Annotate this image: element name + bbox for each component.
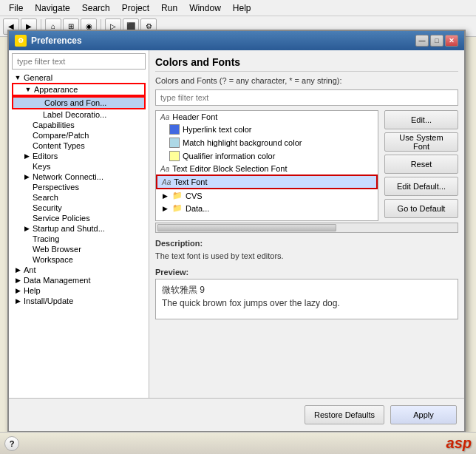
tree-label-label-decorations: Label Decoratio... <box>41 110 106 119</box>
tree-label-appearance: Appearance <box>33 85 78 94</box>
help-button[interactable]: ? <box>4 436 19 451</box>
font-label-qualifier: Qualifier information color <box>183 152 275 160</box>
tree-item-content-types[interactable]: Content Types <box>12 140 146 151</box>
right-filter-input[interactable] <box>155 89 458 106</box>
font-item-data[interactable]: ▶ 📁 Data... <box>156 202 378 214</box>
reset-button[interactable]: Reset <box>384 155 458 174</box>
apply-button[interactable]: Apply <box>390 405 457 424</box>
menu-help[interactable]: Help <box>227 1 257 15</box>
tree-item-editors[interactable]: ▶ Editors <box>12 151 146 161</box>
left-panel: ▼ General ▼ Appearance Colors and Fon...… <box>9 50 149 398</box>
tree-item-tracing[interactable]: Tracing <box>12 234 146 244</box>
expand-capabilities <box>22 121 31 129</box>
tree-label-tracing: Tracing <box>31 234 59 243</box>
font-item-qualifier[interactable]: Qualifier information color <box>156 149 378 163</box>
aa-icon-text-font: Aa <box>162 178 171 186</box>
menu-file[interactable]: File <box>3 1 29 15</box>
close-button[interactable]: ✕ <box>445 35 458 47</box>
right-buttons: Edit... Use System Font Reset Edit Defau… <box>384 110 458 221</box>
font-item-header[interactable]: Aa Header Font <box>156 111 378 123</box>
menu-search[interactable]: Search <box>76 1 116 15</box>
aa-icon-header: Aa <box>160 113 169 121</box>
expand-service-policies <box>22 214 31 223</box>
expand-colors-fonts <box>34 98 43 107</box>
font-list[interactable]: Aa Header Font Hyperlink text color Matc… <box>155 110 378 221</box>
tree-item-compare-patch[interactable]: Compare/Patch <box>12 130 146 140</box>
font-item-hyperlink[interactable]: Hyperlink text color <box>156 123 378 136</box>
use-system-font-button[interactable]: Use System Font <box>384 132 458 152</box>
tree-item-perspectives[interactable]: Perspectives <box>12 182 146 192</box>
font-label-hyperlink: Hyperlink text color <box>183 125 252 134</box>
panel-description: Colors and Fonts (? = any character, * =… <box>155 76 458 85</box>
tree-label-ant: Ant <box>22 265 36 274</box>
tree-item-service-policies[interactable]: Service Policies <box>12 213 146 223</box>
menu-run[interactable]: Run <box>155 1 183 15</box>
tree-item-colors-fonts[interactable]: Colors and Fon... <box>12 96 146 109</box>
minimize-button[interactable]: — <box>415 35 429 47</box>
tree-item-startup[interactable]: ▶ Startup and Shutd... <box>12 223 146 234</box>
scrollbar-thumb <box>157 224 336 231</box>
expand-workspace <box>22 255 31 264</box>
left-filter-input[interactable] <box>12 53 146 70</box>
tree-item-keys[interactable]: Keys <box>12 161 146 172</box>
expand-install-update: ▶ <box>13 297 22 305</box>
maximize-button[interactable]: □ <box>430 35 443 47</box>
dialog-title: Preferences <box>31 35 82 46</box>
expand-startup: ▶ <box>22 224 31 233</box>
tree-item-help[interactable]: ▶ Help <box>12 285 146 296</box>
expand-keys <box>22 162 31 171</box>
description-label: Description: <box>155 239 458 248</box>
go-to-default-button[interactable]: Go to Default <box>384 199 458 218</box>
tree-item-ant[interactable]: ▶ Ant <box>12 265 146 275</box>
menu-navigate[interactable]: Navigate <box>29 1 75 15</box>
tree-item-network[interactable]: ▶ Network Connecti... <box>12 172 146 182</box>
tree-item-appearance[interactable]: ▼ Appearance <box>12 83 146 96</box>
horizontal-scrollbar[interactable] <box>155 223 458 233</box>
tree-container: ▼ General ▼ Appearance Colors and Fon...… <box>12 72 146 395</box>
tree-label-general: General <box>22 73 52 82</box>
tree-item-workspace[interactable]: Workspace <box>12 254 146 265</box>
preview-label: Preview: <box>155 268 458 277</box>
font-label-data: Data... <box>186 204 209 213</box>
expand-perspectives <box>22 183 31 192</box>
description-section: Description: The text font is used by te… <box>155 239 458 262</box>
tree-item-general[interactable]: ▼ General <box>12 72 146 83</box>
tree-item-install-update[interactable]: ▶ Install/Update <box>12 296 146 306</box>
dialog-titlebar: ⚙ Preferences — □ ✕ <box>9 31 464 50</box>
folder-icon-data: 📁 <box>172 203 183 213</box>
tree-label-capabilities: Capabilities <box>31 121 75 129</box>
panel-title: Colors and Fonts <box>155 56 458 72</box>
right-panel: Colors and Fonts Colors and Fonts (? = a… <box>149 50 464 398</box>
tree-item-data-mgmt[interactable]: ▶ Data Management <box>12 275 146 285</box>
font-item-match-highlight[interactable]: Match highlight background color <box>156 136 378 149</box>
font-label-cvs: CVS <box>186 192 203 200</box>
tree-label-startup: Startup and Shutd... <box>31 224 105 233</box>
restore-defaults-button[interactable]: Restore Defaults <box>305 405 384 424</box>
tree-label-search: Search <box>31 193 58 202</box>
tree-item-label-decorations[interactable]: Label Decoratio... <box>12 109 146 120</box>
tree-label-compare-patch: Compare/Patch <box>31 131 89 140</box>
expand-compare-patch <box>22 131 31 140</box>
edit-button[interactable]: Edit... <box>384 110 458 129</box>
filter-row <box>155 89 458 106</box>
expand-network: ▶ <box>22 172 31 181</box>
menu-project[interactable]: Project <box>116 1 155 15</box>
font-label-block-selection: Text Editor Block Selection Font <box>172 164 287 173</box>
dialog-icon: ⚙ <box>15 35 27 47</box>
taskbar: ? asp <box>0 432 476 454</box>
tree-item-capabilities[interactable]: Capabilities <box>12 120 146 130</box>
tree-label-editors: Editors <box>31 152 58 160</box>
expand-appearance: ▼ <box>24 85 33 94</box>
tree-item-search[interactable]: Search <box>12 192 146 203</box>
tree-label-security: Security <box>31 203 62 212</box>
font-item-block-selection[interactable]: Aa Text Editor Block Selection Font <box>156 163 378 175</box>
font-item-text-font[interactable]: Aa Text Font <box>156 175 378 189</box>
tree-item-security[interactable]: Security <box>12 203 146 213</box>
folder-icon-cvs: 📁 <box>172 191 183 200</box>
font-item-cvs[interactable]: ▶ 📁 CVS <box>156 189 378 202</box>
tree-label-data-mgmt: Data Management <box>22 276 91 285</box>
tree-item-web-browser[interactable]: Web Browser <box>12 244 146 254</box>
expand-cvs: ▶ <box>160 192 169 200</box>
edit-default-button[interactable]: Edit Default... <box>384 177 458 196</box>
menu-window[interactable]: Window <box>183 1 227 15</box>
